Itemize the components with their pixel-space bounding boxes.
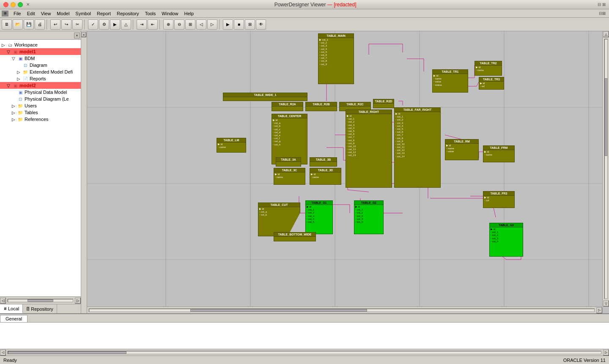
tab-repository[interactable]: 🗄 Repository (23, 304, 57, 313)
canvas-scroll-y[interactable]: △ ▽ (602, 31, 609, 307)
new-button[interactable]: 🗎 (2, 19, 12, 30)
zoom-in-button[interactable]: ⊕ (163, 19, 173, 30)
save-button[interactable]: 💾 (24, 19, 34, 30)
expand-icon[interactable] (12, 97, 17, 101)
maximize-button[interactable] (18, 2, 23, 7)
table-box-wide1[interactable]: TABLE_WIDE_1 (223, 93, 307, 101)
tree-item-reports[interactable]: ▷ 📄 Reports (0, 75, 81, 82)
menu-window[interactable]: Window (159, 11, 181, 16)
table-box-r2b[interactable]: TABLE_R2B (305, 102, 337, 111)
redo-button[interactable]: ↪ (61, 19, 71, 30)
expand-icon[interactable]: ▽ (7, 49, 12, 54)
expand-icon[interactable]: ▷ (12, 110, 17, 115)
scroll-thumb-x[interactable] (190, 309, 367, 312)
table-box-green2[interactable]: TABLE_G2 ▶ id◦ col_1◦ col_2 ◦ col_3◦ col… (354, 200, 384, 234)
expand-icon[interactable] (12, 90, 17, 95)
scroll-thumb-y[interactable] (605, 78, 607, 156)
expand-icon[interactable]: ▷ (12, 104, 17, 108)
zoom-out-button[interactable]: ⊖ (174, 19, 184, 30)
expand-icon[interactable]: ▷ (2, 43, 7, 47)
bottom-scroll-left[interactable]: ◁ (0, 350, 6, 356)
table-box-green1[interactable]: TABLE_G1 ▶ id◦ col_1◦ col_2 ◦ col_3◦ col… (305, 200, 333, 234)
table-box-center-main[interactable]: TABLE_CENTER ▶ id◦ col_a◦ col_b ◦ col_c◦… (272, 114, 307, 164)
table-box-row3a[interactable]: TABLE_3A (276, 157, 301, 167)
scroll-thumb[interactable] (27, 299, 53, 302)
table-box-row3d[interactable]: TABLE_3D ▶ id◦ name (310, 168, 341, 185)
tree-item-physdiag[interactable]: ⊡ Physical Diagram (Le (0, 96, 81, 102)
expand-icon[interactable]: ▷ (12, 117, 17, 122)
expand-icon[interactable] (17, 63, 22, 68)
stop-button[interactable]: ■ (234, 19, 244, 30)
gen-button[interactable]: ⚙ (99, 19, 109, 30)
prev-button[interactable]: ◁ (196, 19, 206, 30)
fit-button[interactable]: ⊞ (185, 19, 195, 30)
tree-item-physdata[interactable]: ▣ Physical Data Model (0, 89, 81, 96)
menu-tools[interactable]: Tools (143, 11, 159, 16)
scroll-up-canvas[interactable]: △ (603, 31, 609, 37)
scroll-right-button[interactable]: ▷ (75, 298, 81, 304)
tree-item-model2[interactable]: ▽ ▣ model2 (0, 82, 81, 89)
table-box-tr3[interactable]: TABLE_TR3 ▶ id◦ ref (479, 77, 504, 90)
bottom-scroll[interactable]: ◁ ▷ (0, 349, 609, 356)
table-box-r2a[interactable]: TABLE_R2A (272, 102, 303, 111)
table-box-far-right[interactable]: TABLE_FAR_RIGHT ▶ id◦ col_1◦ col_2 ◦ col… (394, 107, 441, 188)
close-button[interactable] (3, 2, 8, 7)
expand-icon[interactable]: ▷ (17, 77, 22, 81)
execute-button[interactable]: ▶ (223, 19, 233, 30)
tree-item-extmodel[interactable]: ▷ 📁 Extended Model Defi (0, 68, 81, 75)
menu-symbol[interactable]: Symbol (73, 11, 93, 16)
table-box-far-right-mid[interactable]: TABLE_FRM ▶ id◦ name (483, 145, 515, 162)
expand-icon[interactable]: ▷ (17, 70, 22, 74)
table-box-r2d[interactable]: TABLE_R2D (373, 99, 394, 108)
open-button[interactable]: 📂 (13, 19, 23, 30)
tree-item-tables[interactable]: ▷ 📁 Tables (0, 109, 81, 116)
table-box-row3b[interactable]: TABLE_3B (310, 157, 337, 167)
show-button[interactable]: 👁 (256, 19, 266, 30)
grid-toggle[interactable]: ⊞ (245, 19, 255, 30)
tree-item-model1[interactable]: ▽ ▣ model1 (0, 48, 81, 55)
menu-view[interactable]: View (38, 11, 54, 16)
tree-item-references[interactable]: ▷ 📁 References (0, 116, 81, 123)
bottom-scroll-thumb[interactable] (8, 351, 126, 354)
diagram-canvas[interactable]: TABLE_MAIN ▶ col_1◦ col_2◦ col_3 ◦ col_4… (81, 31, 609, 313)
bottom-scroll-right[interactable]: ▷ (603, 350, 609, 356)
scroll-down-canvas[interactable]: ▽ (603, 301, 609, 307)
tree-item-workspace[interactable]: ▷ 🗂 Workspace (0, 41, 81, 48)
table-box-right-main[interactable]: TABLE_RIGHT ▶ id◦ col_1◦ col_2 ◦ col_3◦ … (346, 109, 392, 188)
close-panel-button[interactable]: × (74, 33, 80, 38)
window-controls[interactable] (3, 2, 23, 7)
tab-general[interactable]: General (0, 315, 27, 322)
table-box-right-mid[interactable]: TABLE_RM ▶ id◦ name◦ value (445, 139, 479, 160)
cut-button[interactable]: ✂ (72, 19, 82, 30)
table-box-green3[interactable]: TABLE_G3 ▶ id◦ col_1◦ col_2 ◦ col_3◦ col… (489, 223, 523, 257)
table-box-cut[interactable]: TABLE_CUT ▶ id◦ col_a◦ col_b (258, 203, 300, 236)
undo-button[interactable]: ↩ (50, 19, 60, 30)
tree-item-bdm[interactable]: ▽ ▣ BDM (0, 55, 81, 62)
tree-scroll[interactable]: ◁ ▷ (0, 296, 81, 304)
tree-item-diagram[interactable]: ⊡ Diagram (0, 62, 81, 68)
menu-file[interactable]: File (11, 11, 24, 16)
scroll-left-button[interactable]: ◁ (0, 298, 6, 304)
print-button[interactable]: 🖨 (35, 19, 45, 30)
export-button[interactable]: ⇤ (148, 19, 158, 30)
menu-report[interactable]: Report (94, 11, 113, 16)
next-button[interactable]: ▷ (207, 19, 217, 30)
menu-help[interactable]: Help (181, 11, 196, 16)
table-box-fr3[interactable]: TABLE_FR3 ▶ id◦ col (483, 191, 515, 208)
check-button[interactable]: ✓ (88, 19, 98, 30)
expand-icon[interactable]: ▽ (12, 56, 17, 61)
table-box-tr1[interactable]: TABLE_TR1 ▶ id◦ name◦ value◦ status (432, 69, 468, 93)
table-box-row3c[interactable]: TABLE_3C ▶ id◦ name (274, 168, 305, 185)
table-box-tr2[interactable]: TABLE_TR2 ▶ id◦ name (475, 61, 502, 76)
arrow-button[interactable]: ▶ (110, 19, 120, 30)
menu-repository[interactable]: Repository (114, 11, 142, 16)
menu-edit[interactable]: Edit (25, 11, 38, 16)
canvas-scroll-x[interactable]: ◁ ▷ (81, 307, 602, 313)
table-box-main[interactable]: TABLE_MAIN ▶ col_1◦ col_2◦ col_3 ◦ col_4… (318, 33, 354, 84)
expand-icon[interactable]: ▽ (7, 83, 12, 88)
triangle-button[interactable]: △ (121, 19, 131, 30)
side-collapse-button[interactable]: × (81, 32, 86, 37)
scroll-right-canvas[interactable]: ▷ (596, 307, 602, 313)
import-button[interactable]: ⇥ (137, 19, 147, 30)
menu-model[interactable]: Model (54, 11, 72, 16)
